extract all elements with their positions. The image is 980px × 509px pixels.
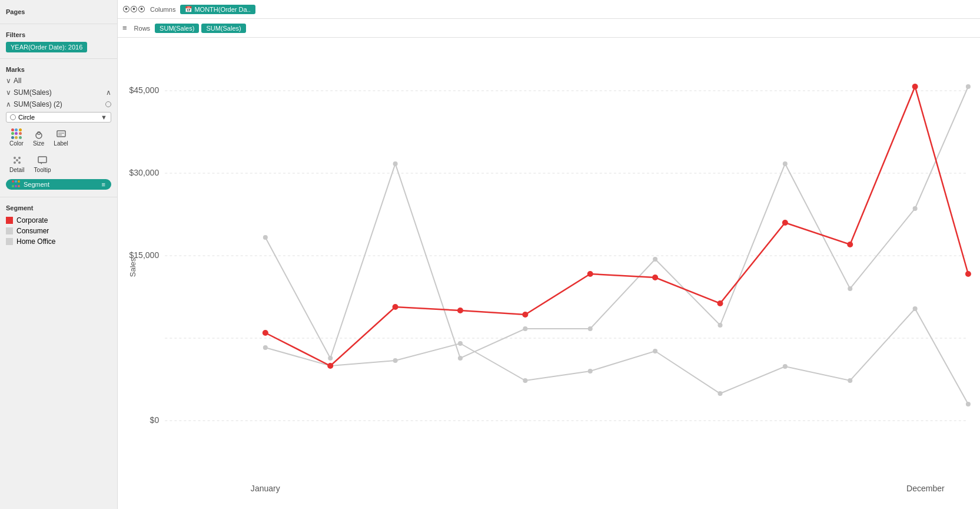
detail-icon [12, 155, 22, 166]
marks-sumsales2-row: ∧ SUM(Sales) (2) [6, 99, 111, 110]
homeoffice-dot-jun [588, 369, 593, 374]
svg-rect-10 [38, 157, 46, 163]
corporate-dot-feb [327, 363, 333, 369]
rows-label-area: ≡ Rows [122, 24, 150, 32]
pages-section: Pages [0, 5, 117, 20]
svg-text:January: January [251, 484, 280, 493]
svg-text:$0: $0 [150, 415, 160, 425]
tooltip-button-label: Tooltip [34, 167, 51, 173]
consumer-dot-apr [458, 356, 463, 361]
rows-toolbar-row: ≡ Rows SUM(Sales) SUM(Sales) [118, 19, 980, 38]
consumer-dot-jan [263, 235, 268, 240]
segment-section: Segment Corporate Consumer Home Office [0, 201, 117, 250]
detail-button[interactable]: Detail [6, 153, 28, 176]
consumer-line [265, 87, 968, 358]
corporate-dot-nov [912, 84, 918, 90]
columns-icon: ⦿⦿⦿ [122, 5, 145, 14]
sum-sales2-label: SUM(Sales) (2) [14, 100, 62, 108]
consumer-dot-jul [653, 257, 657, 262]
homeoffice-dot-jul [653, 349, 657, 353]
rows-field-pill-1[interactable]: SUM(Sales) [155, 24, 199, 33]
dropdown-arrow-icon: ▼ [101, 114, 107, 121]
legend-color-consumer [6, 227, 13, 234]
legend-label-corporate: Corporate [16, 216, 48, 224]
corporate-dot-oct [847, 242, 853, 247]
svg-point-6 [18, 157, 21, 159]
homeoffice-dot-apr [458, 341, 463, 346]
segment-pill-label: Segment [24, 181, 49, 188]
chart-svg: $45,000 $30,000 $15,000 $0 Sales January… [118, 44, 980, 509]
consumer-dot-sep [783, 161, 788, 166]
label-button[interactable]: Label [50, 126, 71, 149]
corporate-dot-apr [457, 308, 463, 313]
sum-sales-label: SUM(Sales) [14, 88, 52, 97]
homeoffice-dot-nov [913, 306, 918, 311]
columns-field-pill[interactable]: 📅 MONTH(Order Da.. [180, 5, 255, 14]
svg-text:$45,000: $45,000 [129, 85, 159, 95]
columns-field-label: MONTH(Order Da.. [194, 6, 250, 13]
segment-pill-menu-icon: ≡ [102, 181, 105, 188]
corporate-dot-mar [393, 304, 398, 310]
svg-point-5 [14, 157, 16, 159]
consumer-dot-may [523, 326, 527, 331]
legend-item-home-office: Home Office [6, 236, 111, 247]
sum-sales-arrow[interactable]: ∧ [106, 88, 111, 97]
columns-label-area: ⦿⦿⦿ Columns [122, 5, 175, 14]
corporate-dot-aug [717, 300, 723, 306]
legend-label-home-office: Home Office [16, 237, 55, 246]
chart-area: $45,000 $30,000 $15,000 $0 Sales January… [118, 38, 980, 509]
segment-title: Segment [6, 204, 111, 211]
label-button-label: Label [54, 140, 68, 147]
homeoffice-dot-sep [783, 364, 788, 369]
svg-point-8 [18, 161, 21, 164]
svg-point-0 [36, 133, 42, 138]
marks-label: Marks [6, 66, 111, 73]
mark-buttons-row2: Detail Tooltip [6, 153, 111, 176]
consumer-dot-dec [966, 84, 971, 89]
sum-sales2-circle [105, 101, 111, 107]
tooltip-button[interactable]: Tooltip [31, 153, 55, 176]
homeoffice-dot-dec [966, 402, 971, 406]
consumer-dot-mar [393, 161, 398, 166]
svg-text:$30,000: $30,000 [129, 168, 159, 177]
homeoffice-line [265, 309, 968, 404]
corporate-dot-dec [965, 271, 971, 277]
corporate-dot-sep [782, 220, 788, 226]
marks-section: Marks ∨ All ∨ SUM(Sales) ∧ ∧ SUM(Sales) … [0, 62, 117, 193]
segment-pill[interactable]: Segment ≡ [6, 179, 111, 190]
color-button[interactable]: Color [6, 126, 27, 149]
homeoffice-dot-oct [848, 378, 852, 383]
columns-toolbar-row: ⦿⦿⦿ Columns 📅 MONTH(Order Da.. [118, 0, 980, 19]
detail-button-label: Detail [9, 167, 25, 173]
columns-field-icon: 📅 [185, 6, 192, 12]
size-button[interactable]: Size [29, 126, 48, 149]
columns-label: Columns [150, 6, 175, 13]
filter-badge[interactable]: YEAR(Order Date): 2016 [6, 42, 87, 52]
consumer-dot-nov [913, 206, 918, 211]
color-dots-icon [11, 128, 22, 139]
size-button-label: Size [33, 140, 44, 147]
color-button-label: Color [9, 140, 24, 147]
svg-text:December: December [906, 484, 945, 493]
main-content: ⦿⦿⦿ Columns 📅 MONTH(Order Da.. ≡ Rows SU… [118, 0, 980, 509]
rows-field-pill-2[interactable]: SUM(Sales) [201, 24, 245, 33]
rows-field2-label: SUM(Sales) [206, 25, 241, 32]
segment-legend: Corporate Consumer Home Office [6, 215, 111, 247]
size-icon [34, 128, 44, 139]
filters-section: Filters YEAR(Order Date): 2016 [0, 28, 117, 55]
filters-label: Filters [6, 31, 111, 38]
rows-field1-label: SUM(Sales) [160, 25, 194, 32]
label-icon [56, 128, 67, 139]
consumer-dot-jun [588, 326, 593, 331]
corporate-dot-jun [587, 271, 593, 277]
corporate-line [265, 87, 968, 366]
rows-label: Rows [134, 25, 151, 32]
mark-buttons-row1: Color Size Label [6, 126, 111, 149]
mark-type-selector[interactable]: Circle ▼ [6, 112, 111, 123]
sidebar: Pages Filters YEAR(Order Date): 2016 Mar… [0, 0, 118, 509]
svg-text:Sales: Sales [128, 257, 137, 277]
homeoffice-dot-aug [717, 391, 722, 396]
consumer-dot-oct [848, 286, 852, 291]
marks-all-row: ∨ All [6, 75, 111, 86]
homeoffice-dot-may [523, 378, 527, 383]
